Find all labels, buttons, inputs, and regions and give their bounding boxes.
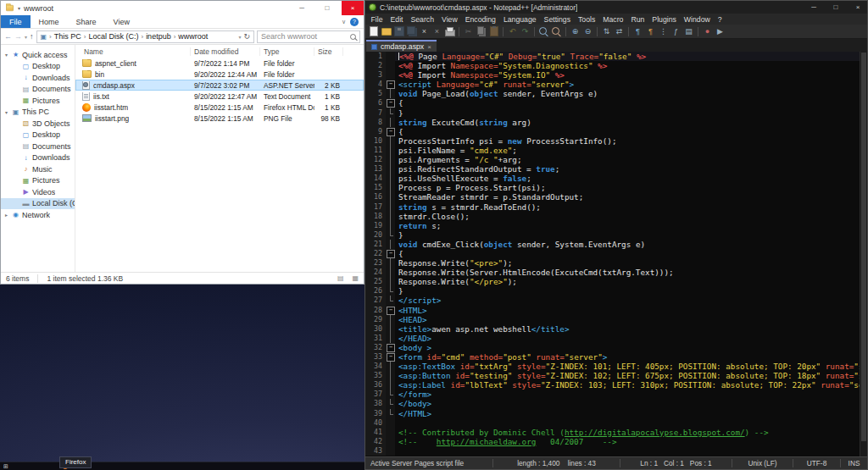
chevron-right-icon[interactable]: ▸: [3, 212, 9, 218]
sync-vertical-icon[interactable]: ⇅: [601, 26, 612, 37]
fold-collapse-icon[interactable]: [386, 343, 395, 352]
code-line-6[interactable]: 6{: [365, 98, 860, 108]
notepadpp-minimize-button[interactable]: ─: [804, 1, 823, 14]
menu-search[interactable]: Search: [407, 15, 438, 24]
back-arrow-icon[interactable]: ←: [4, 32, 12, 41]
code-line-28[interactable]: 28<HTML>: [365, 306, 860, 315]
code-line-10[interactable]: 10ProcessStartInfo psi = new ProcessStar…: [365, 136, 860, 146]
function-list-icon[interactable]: ƒ: [670, 26, 682, 37]
fold-collapse-icon[interactable]: [386, 80, 395, 89]
menu-window[interactable]: Window: [680, 15, 714, 24]
sidebar-item-videos[interactable]: ▶Videos: [1, 186, 75, 198]
notepadpp-maximize-button[interactable]: □: [826, 1, 845, 14]
code-line-16[interactable]: 16StreamReader stmrdr = p.StandardOutput…: [365, 192, 860, 202]
code-line-18[interactable]: 18stmrdr.Close();: [365, 212, 860, 221]
word-wrap-icon[interactable]: ¶: [632, 26, 643, 37]
ribbon-expand-chevron-icon[interactable]: ∨: [342, 19, 346, 25]
menu-file[interactable]: File: [367, 15, 387, 24]
file-row-iisstart-htm[interactable]: iisstart.htm8/15/2022 1:15 AMFirefox HTM…: [75, 102, 364, 113]
replace-icon[interactable]: [551, 26, 562, 37]
code-line-2[interactable]: 2<%@ Import Namespace="System.Diagnostic…: [365, 61, 860, 70]
code-line-20[interactable]: 20}: [365, 230, 860, 240]
zoom-in-icon[interactable]: ⊕: [570, 26, 581, 37]
find-icon[interactable]: [538, 26, 549, 37]
code-line-23[interactable]: 23Response.Write("<pre>");: [365, 258, 860, 268]
sidebar-item-quick-access[interactable]: ▾★Quick access: [1, 49, 75, 61]
code-line-4[interactable]: 4<script Language="c#" runat="server">: [365, 80, 860, 89]
copy-icon[interactable]: [476, 26, 487, 37]
code-line-32[interactable]: 32<body >: [365, 343, 860, 352]
file-row-iis-txt[interactable]: iis.txt9/20/2022 12:47 AMText Document1 …: [75, 91, 364, 102]
status-insert-mode[interactable]: INS: [840, 459, 867, 467]
code-line-19[interactable]: 19return s;: [365, 221, 860, 230]
column-header-type[interactable]: Type: [260, 47, 314, 56]
play-macro-icon[interactable]: ▶: [715, 26, 726, 37]
recent-locations-chevron-icon[interactable]: ▾: [25, 34, 27, 40]
file-list-empty-area[interactable]: [75, 124, 364, 272]
close-file-icon[interactable]: ×: [419, 26, 430, 37]
code-line-34[interactable]: 34<asp:TextBox id="txtArg" style="Z-INDE…: [365, 362, 860, 371]
notepadpp-close-button[interactable]: ×: [849, 1, 867, 14]
sidebar-item-pictures[interactable]: ▦Pictures: [1, 95, 75, 107]
breadcrumb-item-local-disk-c[interactable]: Local Disk (C:): [88, 32, 138, 41]
fold-collapse-icon[interactable]: [386, 127, 395, 136]
sidebar-item-downloads[interactable]: ↓Downloads: [1, 152, 75, 164]
code-line-35[interactable]: 35<asp:Button id="testing" style="Z-INDE…: [365, 371, 860, 380]
sidebar-item-3d-objects[interactable]: ▧3D Objects: [1, 118, 75, 130]
code-line-17[interactable]: 17string s = stmrdr.ReadToEnd();: [365, 202, 860, 212]
up-arrow-icon[interactable]: ↑: [30, 32, 34, 41]
code-line-31[interactable]: 31</HEAD>: [365, 334, 860, 343]
menu-tools[interactable]: Tools: [574, 15, 598, 24]
sidebar-item-this-pc[interactable]: ▾▣This PC: [1, 107, 75, 119]
redo-icon[interactable]: ↷: [520, 26, 531, 37]
ribbon-tab-view[interactable]: View: [105, 15, 138, 28]
explorer-minimize-button[interactable]: ─: [291, 1, 313, 15]
help-icon[interactable]: ?: [350, 18, 359, 26]
fold-collapse-icon[interactable]: [386, 249, 395, 258]
column-header-size[interactable]: Size: [314, 47, 343, 56]
paste-icon[interactable]: [488, 26, 499, 37]
menu-view[interactable]: View: [438, 15, 462, 24]
chevron-down-icon[interactable]: ▾: [3, 109, 9, 115]
code-line-33[interactable]: 33<form id="cmd" method="post" runat="se…: [365, 352, 860, 362]
menu-plugins[interactable]: Plugins: [648, 15, 681, 24]
menu-run[interactable]: Run: [627, 15, 648, 24]
notepadpp-titlebar[interactable]: C:\inetpub\wwwroot\cmdasp.aspx - Notepad…: [365, 1, 867, 14]
address-dropdown-chevron-icon[interactable]: ▾: [238, 34, 241, 40]
code-line-26[interactable]: 26}: [365, 286, 860, 296]
menu-settings[interactable]: Settings: [540, 15, 574, 24]
explorer-close-button[interactable]: ×: [342, 1, 364, 15]
explorer-titlebar[interactable]: ▾ wwwroot ─ □ ×: [1, 1, 364, 15]
fold-collapse-icon[interactable]: [386, 306, 395, 315]
code-line-36[interactable]: 36<asp:Label id="lblText" style="Z-INDEX…: [365, 380, 860, 390]
code-line-39[interactable]: 39</HTML>: [365, 409, 860, 418]
sidebar-item-downloads[interactable]: ↓Downloads: [1, 72, 75, 84]
sidebar-item-desktop[interactable]: ▢Desktop: [1, 61, 75, 73]
menu-help[interactable]: ?: [714, 15, 726, 24]
breadcrumb-item-wwwroot[interactable]: wwwroot: [178, 32, 208, 41]
code-line-5[interactable]: 5void Page_Load(object sender, EventArgs…: [365, 89, 860, 98]
file-row-aspnet-client[interactable]: aspnet_client9/7/2022 1:14 PMFile folder: [75, 58, 364, 69]
code-line-42[interactable]: 42<!-- http://michaeldaw.org 04/2007 -->: [365, 437, 860, 446]
status-encoding[interactable]: UTF-8: [793, 459, 840, 467]
view-details-icon[interactable]: ▤: [337, 274, 344, 282]
quick-access-toolbar-chevron-icon[interactable]: ▾: [18, 5, 20, 11]
breadcrumb-item-inetpub[interactable]: inetpub: [146, 32, 171, 41]
close-all-icon[interactable]: ×: [431, 26, 442, 37]
vertical-scrollbar[interactable]: [860, 52, 867, 456]
code-line-8[interactable]: 8string ExcuteCmd(string arg): [365, 118, 860, 127]
forward-arrow-icon[interactable]: →: [14, 32, 22, 41]
sidebar-item-music[interactable]: ♪Music: [1, 163, 75, 175]
sidebar-item-network[interactable]: ▸◉Network: [1, 209, 75, 221]
menu-edit[interactable]: Edit: [387, 15, 407, 24]
zoom-out-icon[interactable]: ⊖: [582, 26, 593, 37]
fold-collapse-icon[interactable]: [386, 98, 395, 108]
code-line-25[interactable]: 25Response.Write("</pre>");: [365, 277, 860, 286]
code-line-1[interactable]: 1<%@ Page Language="C#" Debug="true" Tra…: [365, 52, 860, 61]
code-editor[interactable]: 1<%@ Page Language="C#" Debug="true" Tra…: [365, 52, 867, 456]
show-all-chars-icon[interactable]: ¶: [645, 26, 656, 37]
menu-language[interactable]: Language: [499, 15, 540, 24]
save-icon[interactable]: [393, 26, 404, 37]
menu-encoding[interactable]: Encoding: [461, 15, 499, 24]
cut-icon[interactable]: ✂: [463, 26, 474, 37]
